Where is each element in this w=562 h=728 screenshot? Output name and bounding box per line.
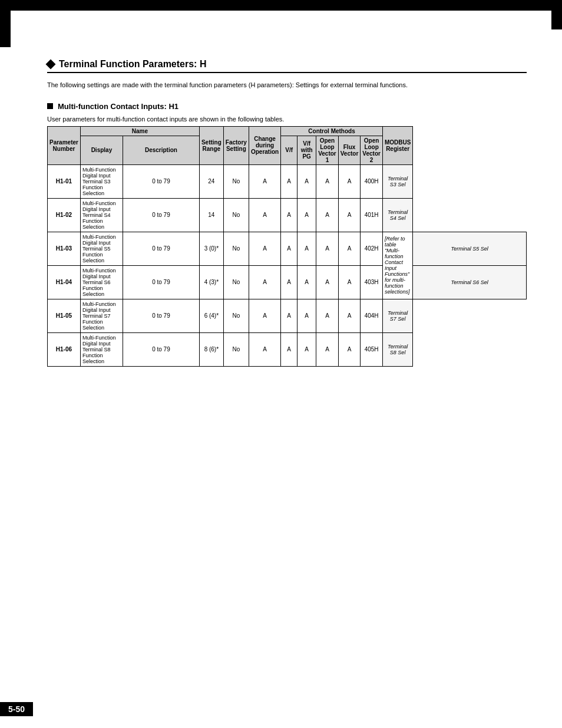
- modbus-register: 402H: [361, 232, 383, 265]
- flux-vector-value: A: [316, 299, 339, 332]
- square-bullet-icon: [47, 103, 53, 109]
- top-bar: [0, 0, 562, 11]
- open-loop-1-value: A: [297, 198, 316, 232]
- intro-text: The following settings are made with the…: [47, 80, 527, 90]
- factory-setting: 6 (4)*: [199, 299, 223, 332]
- change-during-operation: No: [223, 299, 249, 332]
- open-loop-2-value: A: [338, 164, 361, 198]
- setting-range: 0 to 79: [123, 332, 199, 366]
- col-header-open-loop-2: Open Loop Vector 2: [361, 136, 383, 164]
- change-during-operation: No: [223, 232, 249, 265]
- col-header-change: Change during Operation: [249, 126, 280, 164]
- setting-range: 0 to 79: [123, 164, 199, 198]
- param-number: H1-06: [48, 332, 81, 366]
- col-header-flux: Flux Vector: [338, 136, 361, 164]
- subsection-title: Multi-function Contact Inputs: H1: [47, 102, 527, 111]
- description-main: Multi-Function Digital Input Terminal S5…: [80, 232, 123, 265]
- diamond-icon: [46, 60, 56, 70]
- description-note: [Refer to table "Multi-function Contact …: [382, 232, 412, 299]
- param-number: H1-05: [48, 299, 81, 332]
- change-during-operation: No: [223, 265, 249, 299]
- change-during-operation: No: [223, 332, 249, 366]
- col-header-param: Parameter Number: [48, 126, 81, 164]
- col-header-vf: V/f: [281, 136, 297, 164]
- setting-range: 0 to 79: [123, 198, 199, 232]
- flux-vector-value: A: [316, 332, 339, 366]
- factory-setting: 4 (3)*: [199, 265, 223, 299]
- vf-value: A: [249, 332, 280, 366]
- vf-pg-value: A: [281, 198, 297, 232]
- setting-range: 0 to 79: [123, 299, 199, 332]
- section-title: Terminal Function Parameters: H: [47, 59, 527, 73]
- open-loop-1-value: A: [297, 265, 316, 299]
- modbus-register: 404H: [361, 299, 383, 332]
- open-loop-1-value: A: [297, 164, 316, 198]
- factory-setting: 14: [199, 198, 223, 232]
- description-main: Multi-Function Digital Input Terminal S3…: [80, 164, 123, 198]
- subsection-title-text: Multi-function Contact Inputs: H1: [58, 102, 178, 111]
- display-label: Terminal S3 Sel: [382, 164, 412, 198]
- col-header-open-loop-1: Open Loop Vector 1: [316, 136, 339, 164]
- flux-vector-value: A: [316, 265, 339, 299]
- open-loop-1-value: A: [297, 332, 316, 366]
- change-during-operation: No: [223, 198, 249, 232]
- factory-setting: 8 (6)*: [199, 332, 223, 366]
- param-number: H1-01: [48, 164, 81, 198]
- vf-value: A: [249, 198, 280, 232]
- modbus-register: 405H: [361, 332, 383, 366]
- vf-pg-value: A: [281, 332, 297, 366]
- description-main: Multi-Function Digital Input Terminal S8…: [80, 332, 123, 366]
- vf-pg-value: A: [281, 265, 297, 299]
- setting-range: 0 to 79: [123, 265, 199, 299]
- open-loop-2-value: A: [338, 198, 361, 232]
- open-loop-2-value: A: [338, 332, 361, 366]
- vf-pg-value: A: [281, 164, 297, 198]
- display-label: Terminal S5 Sel: [413, 232, 527, 265]
- col-header-control-methods: Control Methods: [281, 126, 383, 136]
- section-title-text: Terminal Function Parameters: H: [59, 59, 206, 70]
- col-header-modbus: MODBUS Register: [382, 126, 412, 164]
- param-number: H1-04: [48, 265, 81, 299]
- open-loop-1-value: A: [297, 232, 316, 265]
- vf-value: A: [249, 299, 280, 332]
- subsection-intro: User parameters for multi-function conta…: [47, 116, 527, 123]
- setting-range: 0 to 79: [123, 232, 199, 265]
- col-header-factory: Factory Setting: [223, 126, 249, 164]
- modbus-register: 401H: [361, 198, 383, 232]
- col-header-vf-pg: V/f with PG: [297, 136, 316, 164]
- display-label: Terminal S8 Sel: [382, 332, 412, 366]
- change-during-operation: No: [223, 164, 249, 198]
- parameters-table: Parameter Number Name Setting Range Fact…: [47, 126, 527, 367]
- description-main: Multi-Function Digital Input Terminal S7…: [80, 299, 123, 332]
- col-header-name: Name: [80, 126, 199, 136]
- open-loop-2-value: A: [338, 265, 361, 299]
- flux-vector-value: A: [316, 164, 339, 198]
- flux-vector-value: A: [316, 198, 339, 232]
- vf-value: A: [249, 265, 280, 299]
- side-bar: [0, 0, 11, 47]
- right-bar: [551, 0, 562, 29]
- modbus-register: 403H: [361, 265, 383, 299]
- open-loop-1-value: A: [297, 299, 316, 332]
- flux-vector-value: A: [316, 232, 339, 265]
- display-label: Terminal S7 Sel: [382, 299, 412, 332]
- vf-value: A: [249, 232, 280, 265]
- factory-setting: 3 (0)*: [199, 232, 223, 265]
- col-header-description: Description: [123, 136, 199, 164]
- col-header-setting-range: Setting Range: [199, 126, 223, 164]
- vf-pg-value: A: [281, 232, 297, 265]
- description-main: Multi-Function Digital Input Terminal S6…: [80, 265, 123, 299]
- modbus-register: 400H: [361, 164, 383, 198]
- page-content: Terminal Function Parameters: H The foll…: [0, 0, 562, 402]
- display-label: Terminal S4 Sel: [382, 198, 412, 232]
- open-loop-2-value: A: [338, 299, 361, 332]
- page-number: 5-50: [0, 702, 33, 716]
- vf-value: A: [249, 164, 280, 198]
- vf-pg-value: A: [281, 299, 297, 332]
- open-loop-2-value: A: [338, 232, 361, 265]
- param-number: H1-02: [48, 198, 81, 232]
- description-main: Multi-Function Digital Input Terminal S4…: [80, 198, 123, 232]
- col-header-display: Display: [80, 136, 123, 164]
- param-number: H1-03: [48, 232, 81, 265]
- factory-setting: 24: [199, 164, 223, 198]
